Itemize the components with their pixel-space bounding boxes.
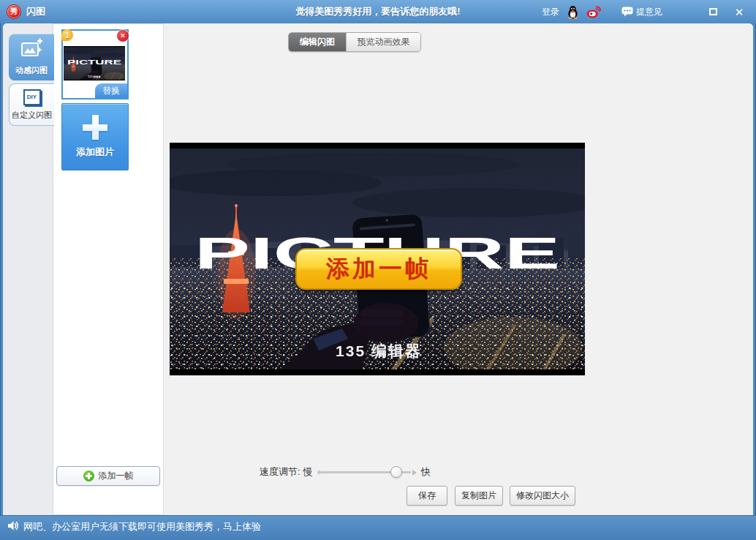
app-window: 秀 闪图 觉得美图秀秀好用，要告诉您的朋友哦! 登录 xyxy=(0,0,756,540)
plus-icon xyxy=(83,115,107,140)
feedback-button[interactable]: 提意见 xyxy=(621,6,662,18)
speed-fast-label: 快 xyxy=(421,465,431,479)
status-bar: 网吧、办公室用户无须下载即可使用美图秀秀，马上体验 xyxy=(0,515,756,540)
add-frame-overlay-button[interactable]: 添加一帧 xyxy=(295,248,462,290)
meitu-logo-icon: 秀 xyxy=(7,5,20,18)
delete-frame-icon[interactable]: ✕ xyxy=(117,30,129,42)
maximize-icon xyxy=(709,8,717,15)
add-frame-overlay-label: 添加一帧 xyxy=(326,253,431,285)
tab-edit-flash[interactable]: 编辑闪图 xyxy=(289,33,346,51)
titlebar-actions: 登录 xyxy=(542,0,749,23)
add-image-label: 添加图片 xyxy=(76,146,114,159)
resize-flash-button[interactable]: 修改闪图大小 xyxy=(510,486,575,506)
promo-message: 觉得美图秀秀好用，要告诉您的朋友哦! xyxy=(295,5,460,18)
qq-icon[interactable] xyxy=(567,5,579,19)
sidebar-tab-dynamic-flash[interactable]: 动感闪图 xyxy=(9,34,54,80)
speed-slider[interactable] xyxy=(320,471,411,473)
add-image-button[interactable]: 添加图片 xyxy=(61,103,129,170)
tab-preview-animation[interactable]: 预览动画效果 xyxy=(346,33,420,51)
title-bar: 秀 闪图 觉得美图秀秀好用，要告诉您的朋友哦! 登录 xyxy=(0,0,756,23)
sparkle-photo-icon xyxy=(20,38,43,63)
speed-slider-handle[interactable] xyxy=(390,466,402,478)
weibo-icon[interactable] xyxy=(586,6,601,18)
frame-item[interactable]: 1 ✕ 替换 xyxy=(61,29,129,100)
close-icon: ✕ xyxy=(735,7,744,18)
diy-icon: DIY xyxy=(23,89,41,105)
add-frame-button[interactable]: 添加一帧 xyxy=(56,466,160,486)
login-link[interactable]: 登录 xyxy=(542,6,559,18)
frame-number-badge: 1 xyxy=(61,29,73,41)
watermark-text: 135 编辑器 xyxy=(336,342,422,359)
speed-slow-label: 慢 xyxy=(303,465,313,479)
sidebar-tab-label: 动感闪图 xyxy=(15,65,48,76)
frame-thumbnail xyxy=(64,46,125,80)
copy-image-button[interactable]: 复制图片 xyxy=(455,486,503,506)
maximize-button[interactable] xyxy=(703,4,722,20)
sidebar-tab-custom-flash[interactable]: DIY 自定义闪图 xyxy=(9,83,54,126)
save-button[interactable]: 保存 xyxy=(407,486,447,506)
replace-button[interactable]: 替换 xyxy=(95,83,127,98)
editor-tab-group: 编辑闪图 预览动画效果 xyxy=(288,32,421,52)
status-message[interactable]: 网吧、办公室用户无须下载即可使用美图秀秀，马上体验 xyxy=(23,520,261,533)
sidebar-tab-label: 自定义闪图 xyxy=(12,110,52,121)
green-plus-icon xyxy=(83,470,94,481)
feedback-label: 提意见 xyxy=(636,6,662,18)
close-button[interactable]: ✕ xyxy=(730,4,749,20)
add-frame-label: 添加一帧 xyxy=(99,470,134,482)
feedback-bubble-icon xyxy=(621,7,633,17)
flash-image-canvas: PICTURE 135 编辑器 添加一帧 xyxy=(170,143,585,375)
speed-control: 速度调节: 慢 快 xyxy=(260,465,431,479)
speaker-icon xyxy=(7,520,19,534)
speed-label: 速度调节: xyxy=(260,465,300,479)
window-title: 闪图 xyxy=(26,5,45,18)
